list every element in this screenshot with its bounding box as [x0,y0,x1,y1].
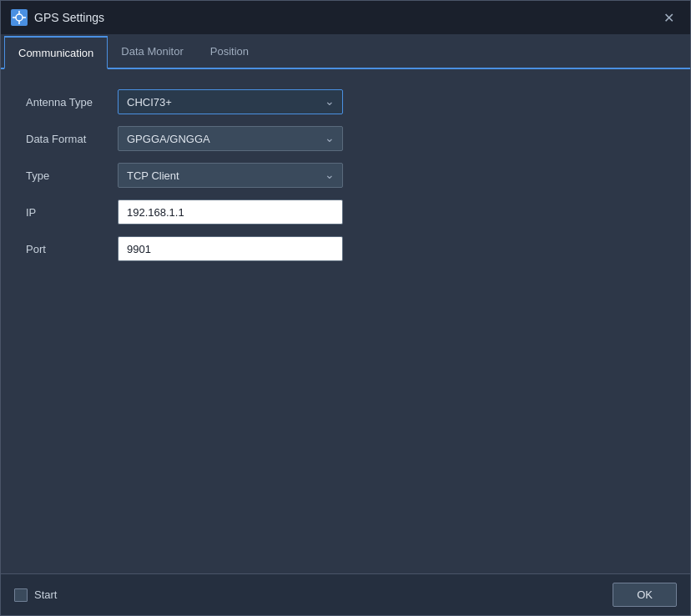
port-input[interactable] [118,236,343,261]
antenna-type-label: Antenna Type [26,96,118,109]
gps-settings-dialog: GPS Settings ✕ Communication Data Monito… [0,0,691,616]
close-button[interactable]: ✕ [657,6,680,29]
antenna-type-control: CHCI73+ CHCI73 Other [118,89,343,114]
type-select[interactable]: TCP Client UDP Client Serial [118,163,343,188]
footer-left: Start [14,588,57,602]
footer: Start OK [1,573,690,615]
type-control: TCP Client UDP Client Serial [118,163,343,188]
tab-position[interactable]: Position [197,34,262,68]
port-row: Port [26,236,665,261]
tab-bar: Communication Data Monitor Position [1,34,690,69]
content-area: Antenna Type CHCI73+ CHCI73 Other Data F… [1,69,690,573]
data-format-wrapper: GPGGA/GNGGA GPGGA GNGGA [118,126,343,151]
ip-input[interactable] [118,199,343,225]
gps-icon [11,9,28,26]
antenna-type-row: Antenna Type CHCI73+ CHCI73 Other [26,89,665,114]
title-bar: GPS Settings ✕ [1,1,690,34]
type-label: Type [26,169,118,182]
tab-communication[interactable]: Communication [4,36,108,69]
port-label: Port [26,243,118,255]
ip-label: IP [26,206,118,219]
ok-button[interactable]: OK [613,583,677,607]
start-checkbox[interactable] [14,588,28,602]
data-format-label: Data Format [26,133,118,145]
antenna-type-select[interactable]: CHCI73+ CHCI73 Other [118,89,343,114]
data-format-row: Data Format GPGGA/GNGGA GPGGA GNGGA [26,126,665,151]
data-format-select[interactable]: GPGGA/GNGGA GPGGA GNGGA [118,126,343,151]
start-label: Start [34,588,57,601]
antenna-type-wrapper: CHCI73+ CHCI73 Other [118,89,343,114]
window-title: GPS Settings [34,11,104,24]
ip-row: IP [26,199,665,225]
title-bar-left: GPS Settings [11,9,104,26]
type-wrapper: TCP Client UDP Client Serial [118,163,343,188]
port-control [118,236,343,261]
ip-control [118,199,343,225]
type-row: Type TCP Client UDP Client Serial [26,163,665,188]
data-format-control: GPGGA/GNGGA GPGGA GNGGA [118,126,343,151]
tab-data-monitor[interactable]: Data Monitor [108,34,196,68]
